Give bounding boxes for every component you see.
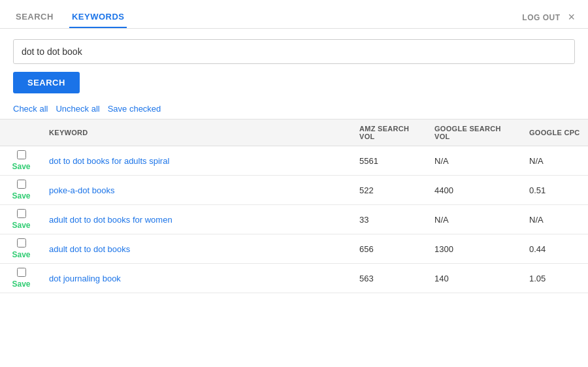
row-google-vol: 4400 (428, 176, 523, 205)
row-checkbox[interactable] (17, 268, 26, 277)
table-row: Savedot to dot books for adults spiral55… (0, 146, 588, 176)
row-amz-vol: 33 (353, 205, 428, 234)
action-links: Check all Uncheck all Save checked (0, 101, 588, 119)
row-save-link[interactable]: Save (12, 221, 30, 230)
search-area: SEARCH (0, 29, 588, 101)
keywords-table: KEYWORD AMZ SEARCH VOL GOOGLE SEARCH VOL… (0, 120, 588, 293)
table-header-row: KEYWORD AMZ SEARCH VOL GOOGLE SEARCH VOL… (0, 120, 588, 146)
table-wrapper[interactable]: KEYWORD AMZ SEARCH VOL GOOGLE SEARCH VOL… (0, 119, 588, 367)
col-google-cpc: GOOGLE CPC (523, 120, 588, 146)
keyword-link[interactable]: adult dot to dot books for women (49, 215, 172, 225)
row-check-cell: Save (0, 264, 42, 293)
search-input-wrapper (13, 39, 575, 64)
row-checkbox[interactable] (17, 150, 26, 159)
keyword-link[interactable]: dot journaling book (49, 274, 121, 283)
row-checkbox[interactable] (17, 180, 26, 189)
search-input[interactable] (14, 40, 574, 63)
row-check-cell: Save (0, 146, 42, 176)
tab-keywords[interactable]: KEYWORDS (69, 7, 127, 28)
row-google-cpc: N/A (523, 146, 588, 176)
header-right: LOG OUT × (522, 10, 575, 24)
table-row: Savepoke-a-dot books52244000.51 (0, 176, 588, 205)
col-keyword: KEYWORD (42, 120, 353, 146)
row-amz-vol: 563 (353, 264, 428, 293)
tab-search[interactable]: SEARCH (13, 7, 56, 28)
row-save-link[interactable]: Save (12, 191, 30, 200)
keyword-link[interactable]: poke-a-dot books (49, 185, 114, 195)
close-icon[interactable]: × (568, 10, 575, 24)
row-check-cell: Save (0, 176, 42, 205)
col-amz-vol: AMZ SEARCH VOL (353, 120, 428, 146)
keyword-link[interactable]: adult dot to dot books (49, 244, 130, 254)
row-google-vol: 140 (428, 264, 523, 293)
row-amz-vol: 656 (353, 234, 428, 264)
row-keyword[interactable]: dot journaling book (42, 264, 353, 293)
row-save-link[interactable]: Save (12, 279, 30, 289)
row-check-cell: Save (0, 234, 42, 264)
save-checked-link[interactable]: Save checked (108, 104, 161, 114)
row-check-cell: Save (0, 205, 42, 234)
row-google-cpc: N/A (523, 205, 588, 234)
row-amz-vol: 5561 (353, 146, 428, 176)
row-save-link[interactable]: Save (12, 250, 30, 259)
col-google-vol: GOOGLE SEARCH VOL (428, 120, 523, 146)
col-checkbox (0, 120, 42, 146)
row-checkbox[interactable] (17, 238, 26, 247)
table-row: Savedot journaling book5631401.05 (0, 264, 588, 293)
row-google-vol: N/A (428, 146, 523, 176)
uncheck-all-link[interactable]: Uncheck all (56, 104, 99, 114)
row-checkbox[interactable] (17, 209, 26, 218)
row-keyword[interactable]: adult dot to dot books for women (42, 205, 353, 234)
row-save-link[interactable]: Save (12, 162, 30, 171)
row-google-cpc: 0.51 (523, 176, 588, 205)
logout-button[interactable]: LOG OUT (522, 13, 560, 22)
row-amz-vol: 522 (353, 176, 428, 205)
table-row: Saveadult dot to dot books for women33N/… (0, 205, 588, 234)
keyword-link[interactable]: dot to dot books for adults spiral (49, 156, 169, 166)
row-google-vol: 1300 (428, 234, 523, 264)
nav-tabs: SEARCH KEYWORDS (13, 7, 127, 28)
row-google-cpc: 0.44 (523, 234, 588, 264)
header: SEARCH KEYWORDS LOG OUT × (0, 0, 588, 29)
row-google-cpc: 1.05 (523, 264, 588, 293)
row-google-vol: N/A (428, 205, 523, 234)
search-button[interactable]: SEARCH (13, 72, 80, 93)
row-keyword[interactable]: dot to dot books for adults spiral (42, 146, 353, 176)
table-row: Saveadult dot to dot books65613000.44 (0, 234, 588, 264)
check-all-link[interactable]: Check all (13, 104, 48, 114)
row-keyword[interactable]: adult dot to dot books (42, 234, 353, 264)
row-keyword[interactable]: poke-a-dot books (42, 176, 353, 205)
